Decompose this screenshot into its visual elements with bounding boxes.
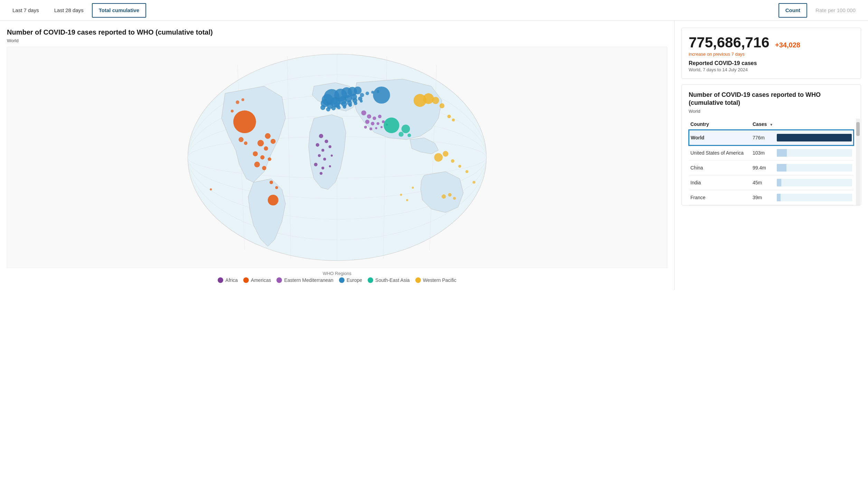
tab-last28[interactable]: Last 28 days <box>47 3 91 18</box>
tab-cumulative[interactable]: Total cumulative <box>92 3 146 18</box>
svg-point-96 <box>366 92 369 95</box>
cases-table: Country Cases ▼ <box>689 119 854 205</box>
svg-point-52 <box>324 140 328 143</box>
svg-point-62 <box>320 172 322 175</box>
country-name-india: India <box>689 175 751 190</box>
svg-point-34 <box>360 100 362 102</box>
svg-point-78 <box>399 132 404 137</box>
svg-point-89 <box>473 181 475 184</box>
western-pacific-label: Western Pacific <box>423 277 456 283</box>
world-map[interactable] <box>7 47 667 268</box>
right-panel: 775,686,716 +34,028 increase on previous… <box>674 21 868 290</box>
table-scroll-area: Country Cases ▼ <box>689 119 854 205</box>
time-period-tabs: Last 7 days Last 28 days Total cumulativ… <box>6 0 146 20</box>
svg-point-83 <box>440 103 444 108</box>
col-bar <box>775 119 853 130</box>
svg-point-29 <box>331 106 336 110</box>
stats-label: Reported COVID-19 cases <box>689 60 854 66</box>
main-content: Number of COVID-19 cases reported to WHO… <box>0 21 868 290</box>
svg-point-86 <box>451 159 454 163</box>
svg-point-43 <box>268 157 271 161</box>
col-country[interactable]: Country <box>689 119 751 130</box>
table-card-subtitle: World <box>689 109 854 114</box>
africa-dot <box>218 277 223 283</box>
svg-point-46 <box>270 181 273 184</box>
sort-icon: ▼ <box>770 123 773 127</box>
bar-china <box>777 164 852 172</box>
svg-point-98 <box>377 90 379 93</box>
svg-point-69 <box>377 122 379 125</box>
chart-title: Number of COVID-19 cases reported to WHO… <box>7 28 667 37</box>
stats-period: World, 7 days to 14 July 2024 <box>689 67 854 72</box>
svg-point-77 <box>402 125 410 133</box>
eastern-med-dot <box>276 277 282 283</box>
scroll-track[interactable] <box>856 119 860 205</box>
svg-point-54 <box>321 149 324 151</box>
svg-point-48 <box>268 195 279 205</box>
svg-point-28 <box>326 107 330 111</box>
svg-point-103 <box>412 186 414 189</box>
country-name-france: France <box>689 190 751 205</box>
svg-point-100 <box>242 98 244 101</box>
svg-point-104 <box>400 194 402 196</box>
table-row[interactable]: France 39m <box>689 190 853 205</box>
svg-point-60 <box>321 167 324 169</box>
left-panel: Number of COVID-19 cases reported to WHO… <box>0 21 674 290</box>
americas-label: Americas <box>251 277 271 283</box>
table-row[interactable]: China 99.4m <box>689 160 853 175</box>
table-row[interactable]: World 776m <box>689 130 853 145</box>
svg-point-101 <box>238 137 243 142</box>
bar-usa <box>777 149 852 157</box>
svg-point-41 <box>253 151 258 156</box>
tab-rate[interactable]: Rate per 100 000 <box>809 3 862 18</box>
cases-value-france: 39m <box>751 190 775 205</box>
table-card: Number of COVID-19 cases reported to WHO… <box>681 84 861 205</box>
svg-point-37 <box>265 133 271 139</box>
svg-point-32 <box>348 103 352 107</box>
europe-label: Europe <box>347 277 362 283</box>
svg-point-68 <box>371 122 374 125</box>
svg-point-82 <box>432 97 439 104</box>
eastern-med-label: Eastern Mediterranean <box>284 277 333 283</box>
legend-item-eastern-med: Eastern Mediterranean <box>276 277 333 283</box>
tab-last7[interactable]: Last 7 days <box>6 3 46 18</box>
europe-dot <box>339 277 345 283</box>
cases-value-usa: 103m <box>751 145 775 160</box>
svg-point-47 <box>275 186 278 189</box>
col-cases[interactable]: Cases ▼ <box>751 119 775 130</box>
stats-numbers-row: 775,686,716 +34,028 increase on previous… <box>689 34 854 57</box>
cases-value-india: 45m <box>751 175 775 190</box>
svg-point-79 <box>407 134 411 137</box>
legend-item-americas: Americas <box>243 277 271 283</box>
table-row[interactable]: India 45m <box>689 175 853 190</box>
svg-point-56 <box>318 154 321 157</box>
svg-point-102 <box>244 141 247 145</box>
svg-point-30 <box>337 106 341 109</box>
country-name-usa: United States of America <box>689 145 751 160</box>
svg-point-59 <box>314 163 318 166</box>
svg-point-49 <box>210 189 212 191</box>
scroll-thumb[interactable] <box>856 122 860 136</box>
svg-point-65 <box>372 117 376 120</box>
bar-cell-world <box>775 130 853 145</box>
chart-subtitle: World <box>7 38 667 43</box>
svg-point-88 <box>465 170 468 173</box>
bar-india <box>777 179 852 186</box>
svg-point-39 <box>257 140 264 147</box>
bar-cell-france <box>775 190 853 205</box>
case-change: +34,028 <box>775 41 800 49</box>
svg-point-61 <box>329 165 331 167</box>
svg-point-67 <box>365 120 369 124</box>
svg-point-73 <box>375 127 377 129</box>
svg-point-66 <box>378 115 381 118</box>
legend-item-africa: Africa <box>218 277 238 283</box>
table-row[interactable]: United States of America 103m <box>689 145 853 160</box>
tab-count[interactable]: Count <box>779 3 807 18</box>
svg-point-63 <box>361 110 366 115</box>
svg-point-40 <box>264 146 268 150</box>
svg-point-55 <box>329 145 331 148</box>
svg-point-51 <box>319 134 323 138</box>
svg-point-81 <box>423 93 434 104</box>
svg-point-64 <box>367 114 371 118</box>
svg-point-87 <box>458 165 461 168</box>
